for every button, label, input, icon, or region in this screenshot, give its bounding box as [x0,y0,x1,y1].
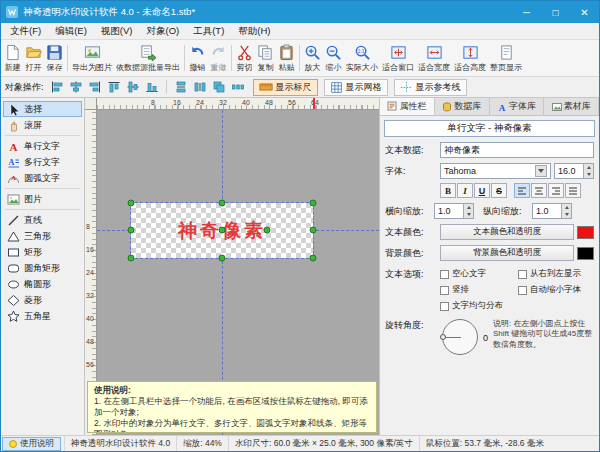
fit-width-button[interactable]: 适合宽度 [416,41,452,75]
underline-button[interactable]: U [474,183,490,198]
selection-handle[interactable] [128,255,135,262]
align-top-button[interactable] [105,79,123,96]
tool-triangle[interactable]: 三角形 [3,228,82,244]
tool-diamond[interactable]: 菱形 [3,292,82,308]
tool-rounded-rect[interactable]: 圆角矩形 [3,260,82,276]
hscale-stepper[interactable]: 1.0 [434,203,474,219]
tool-select[interactable]: 选择 [3,101,82,117]
actual-size-button[interactable]: 1:1实际大小 [344,41,380,75]
align-center-button[interactable] [67,79,85,96]
open-button[interactable]: 打开 [23,41,44,75]
rotation-dial[interactable] [442,319,478,355]
cut-button[interactable]: 剪切 [234,41,255,75]
increment-button[interactable] [583,164,593,171]
checkbox-autoshrink[interactable]: 自动缩小字体 [518,284,594,296]
checkbox-icon[interactable] [440,286,449,295]
same-height-button[interactable] [191,79,209,96]
selection-handle[interactable] [310,200,317,207]
copy-button[interactable]: 复制 [255,41,276,75]
selection-handle[interactable] [128,200,135,207]
bold-button[interactable]: B [440,183,456,198]
maximize-button[interactable]: □ [541,1,570,23]
batch-export-button[interactable]: 依数据源批量导出 [114,41,182,75]
checkbox-icon[interactable] [440,270,449,279]
decrement-button[interactable] [583,171,593,178]
tool-arc-text[interactable]: A圆弧文字 [3,170,82,186]
tab-properties[interactable]: 属性栏 [380,98,435,115]
distribute-button[interactable] [229,79,247,96]
increment-button[interactable] [561,204,571,211]
menu-help[interactable]: 帮助(H) [231,23,277,39]
checkbox-icon[interactable] [440,302,449,311]
chevron-down-icon[interactable] [535,165,547,177]
tool-multi-text[interactable]: A多行文字 [3,154,82,170]
selection-handle[interactable] [310,255,317,262]
rotation-handle[interactable] [264,227,271,234]
tool-single-text[interactable]: A单行文字 [3,138,82,154]
align-bottom-button[interactable] [143,79,161,96]
align-left-button[interactable] [48,79,66,96]
text-color-button[interactable]: 文本颜色和透明度 [440,224,574,240]
selection-handle[interactable] [128,227,135,234]
strikethrough-button[interactable]: S [491,183,507,198]
checkbox-justify-text[interactable]: 文字均匀分布 [440,300,516,312]
show-guides-toggle[interactable]: 显示参考线 [394,79,467,96]
selection-handle[interactable] [310,227,317,234]
increment-button[interactable] [463,204,473,211]
align-text-left-button[interactable] [514,183,530,198]
tool-star[interactable]: 五角星 [3,308,82,324]
zoom-out-button[interactable]: 缩小 [323,41,344,75]
tab-materials[interactable]: 素材库 [544,98,599,115]
selection-handle[interactable] [219,200,226,207]
paste-button[interactable]: 粘贴 [276,41,297,75]
text-color-swatch[interactable] [577,226,594,239]
font-size-stepper[interactable]: 16.0 [554,163,594,179]
checkbox-hollow-text[interactable]: 空心文字 [440,268,516,280]
tool-ellipse[interactable]: 椭圆形 [3,276,82,292]
bg-color-swatch[interactable] [577,247,594,260]
checkbox-rtl[interactable]: 从右到左显示 [518,268,594,280]
checkbox-vertical[interactable]: 竖排 [440,284,516,296]
italic-button[interactable]: I [457,183,473,198]
tab-database[interactable]: 数据库 [435,98,490,115]
text-data-input[interactable]: 神奇像素 [440,142,594,158]
show-grid-toggle[interactable]: 显示网格 [324,79,388,96]
save-button[interactable]: 保存 [44,41,65,75]
menu-edit[interactable]: 编辑(E) [48,23,94,39]
tab-fonts[interactable]: A字体库 [490,98,545,115]
fit-height-button[interactable]: 适合高度 [452,41,488,75]
checkbox-icon[interactable] [518,286,527,295]
minimize-button[interactable]: ─ [512,1,541,23]
usage-help-button[interactable]: 使用说明 [2,437,61,451]
align-middle-button[interactable] [124,79,142,96]
bg-color-button[interactable]: 背景颜色和透明度 [440,245,574,261]
menu-file[interactable]: 文件(F) [3,23,48,39]
tool-rect[interactable]: 矩形 [3,244,82,260]
fit-window-button[interactable]: 适合窗口 [380,41,416,75]
export-image-button[interactable]: 导出为图片 [70,41,114,75]
align-text-justify-button[interactable] [565,183,581,198]
menu-tool[interactable]: 工具(T) [186,23,231,39]
undo-button[interactable]: 撤销 [187,41,208,75]
new-button[interactable]: 新建 [2,41,23,75]
tool-pan[interactable]: 滚屏 [3,117,82,133]
selection-handle[interactable] [219,255,226,262]
menu-object[interactable]: 对象(O) [139,23,186,39]
redo-button[interactable]: 重做 [208,41,229,75]
zoom-in-button[interactable]: 放大 [302,41,323,75]
selection-handle[interactable] [219,227,226,234]
menu-view[interactable]: 视图(V) [94,23,140,39]
show-ruler-toggle[interactable]: 显示标尺 [253,79,318,96]
font-select[interactable]: Tahoma [440,163,551,179]
decrement-button[interactable] [463,211,473,218]
close-button[interactable]: ✕ [570,1,599,23]
checkbox-icon[interactable] [518,270,527,279]
vscale-stepper[interactable]: 1.0 [532,203,572,219]
canvas[interactable]: 8 16 24 32 40 48 56 64 8 16 24 32 40 48 … [85,98,379,435]
full-page-button[interactable]: 整页显示 [488,41,524,75]
align-text-center-button[interactable] [531,183,547,198]
align-right-button[interactable] [86,79,104,96]
decrement-button[interactable] [561,211,571,218]
tool-line[interactable]: 直线 [3,212,82,228]
selected-object-header[interactable]: 单行文字 - 神奇像素 [384,120,595,137]
